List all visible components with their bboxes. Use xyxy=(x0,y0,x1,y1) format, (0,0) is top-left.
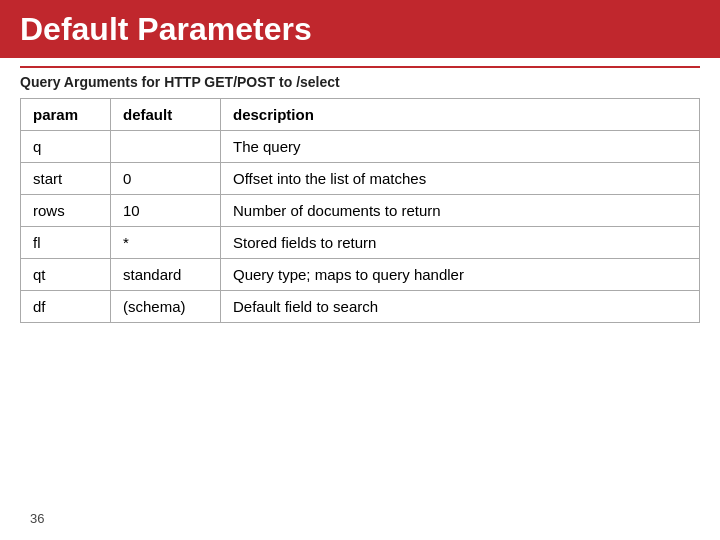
page-title: Default Parameters xyxy=(20,11,312,48)
cell-param: q xyxy=(21,131,111,163)
cell-param: df xyxy=(21,291,111,323)
table-row: start0Offset into the list of matches xyxy=(21,163,700,195)
cell-default xyxy=(111,131,221,163)
params-table: param default description qThe querystar… xyxy=(20,98,700,323)
cell-default: * xyxy=(111,227,221,259)
cell-param: rows xyxy=(21,195,111,227)
table-row: qtstandardQuery type; maps to query hand… xyxy=(21,259,700,291)
col-header-default: default xyxy=(111,99,221,131)
page-number: 36 xyxy=(30,511,44,526)
cell-default: 10 xyxy=(111,195,221,227)
table-row: fl*Stored fields to return xyxy=(21,227,700,259)
header-bar: Default Parameters xyxy=(0,0,720,58)
cell-default: standard xyxy=(111,259,221,291)
cell-description: Number of documents to return xyxy=(221,195,700,227)
cell-description: Query type; maps to query handler xyxy=(221,259,700,291)
cell-default: 0 xyxy=(111,163,221,195)
col-header-param: param xyxy=(21,99,111,131)
cell-description: Default field to search xyxy=(221,291,700,323)
table-row: qThe query xyxy=(21,131,700,163)
table-row: rows10Number of documents to return xyxy=(21,195,700,227)
subtitle: Query Arguments for HTTP GET/POST to /se… xyxy=(0,74,720,98)
col-header-description: description xyxy=(221,99,700,131)
cell-param: qt xyxy=(21,259,111,291)
table-container: param default description qThe querystar… xyxy=(0,98,720,323)
cell-description: Offset into the list of matches xyxy=(221,163,700,195)
cell-default: (schema) xyxy=(111,291,221,323)
table-header-row: param default description xyxy=(21,99,700,131)
cell-description: The query xyxy=(221,131,700,163)
cell-param: fl xyxy=(21,227,111,259)
cell-description: Stored fields to return xyxy=(221,227,700,259)
table-row: df(schema)Default field to search xyxy=(21,291,700,323)
divider xyxy=(20,66,700,68)
cell-param: start xyxy=(21,163,111,195)
